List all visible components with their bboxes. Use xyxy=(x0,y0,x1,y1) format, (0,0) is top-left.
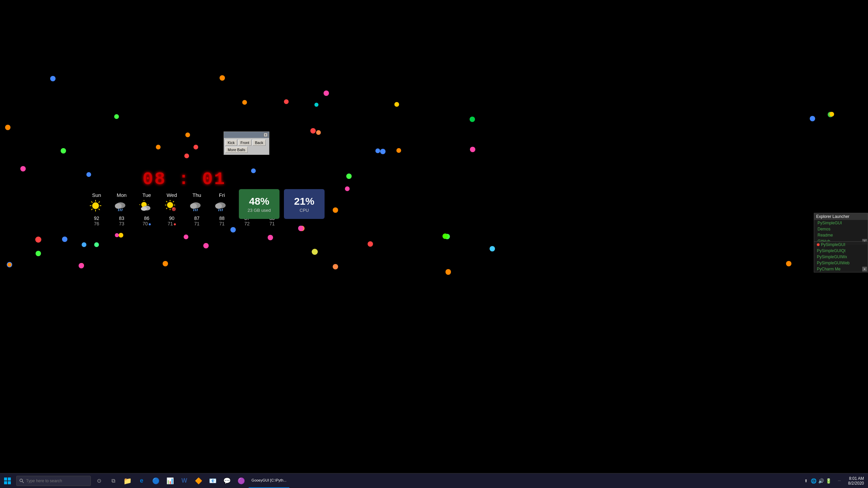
ball xyxy=(345,186,350,191)
svg-point-55 xyxy=(20,479,23,482)
explorer-launcher-title: Explorer Launcher xyxy=(814,213,868,220)
taskbar-icon-edge[interactable]: e xyxy=(135,473,148,488)
ball xyxy=(184,235,188,239)
ball xyxy=(20,166,26,171)
explorer-launcher2-item[interactable]: PySimpleGUIWx xyxy=(814,254,868,260)
explorer-launcher2-item[interactable]: PySimpleGUI xyxy=(814,242,868,248)
taskbar-icon-cortana[interactable]: ⊙ xyxy=(92,473,106,488)
taskbar-active-window[interactable]: GooeyGUI [C:\Pyth... xyxy=(249,473,289,488)
taskbar-icon-app3[interactable]: 🔶 xyxy=(192,473,205,488)
search-input[interactable] xyxy=(26,479,80,483)
start-button[interactable] xyxy=(0,473,15,488)
popup-titlebar: × xyxy=(224,132,269,138)
svg-line-5 xyxy=(91,202,93,203)
ball xyxy=(442,233,448,239)
ball xyxy=(490,246,495,251)
ball xyxy=(50,76,56,81)
weather-day-icon xyxy=(189,199,204,214)
weather-hi-temp: 83 xyxy=(119,216,124,221)
taskbar-icon-multitask[interactable]: ⧉ xyxy=(106,473,120,488)
weather-day: Sun 92 76 xyxy=(84,192,109,226)
more-balls-button[interactable]: More Balls xyxy=(225,147,248,153)
taskbar-icon-app2[interactable]: 📊 xyxy=(163,473,177,488)
svg-point-37 xyxy=(215,203,222,209)
weather-day-name: Wed xyxy=(167,192,177,198)
ball xyxy=(82,242,86,247)
cpu-percent: 21% xyxy=(294,196,314,207)
weather-day: Wed 90 71 xyxy=(159,192,184,226)
weather-day-name: Thu xyxy=(192,192,201,198)
tray-icon-1[interactable]: ⬆ xyxy=(803,473,809,488)
svg-point-10 xyxy=(115,203,122,209)
tray-icon-volume[interactable]: 🔊 xyxy=(818,473,824,488)
front-button[interactable]: Front xyxy=(238,140,252,146)
search-icon xyxy=(19,479,24,483)
taskbar-icon-explorer[interactable]: 📁 xyxy=(121,473,134,488)
kick-button[interactable]: Kick xyxy=(225,140,237,146)
ball xyxy=(333,207,338,213)
ball xyxy=(446,269,451,275)
tray-icon-battery[interactable]: 🔋 xyxy=(825,473,832,488)
explorer-launcher2-item[interactable]: PySimpleGUIWeb xyxy=(814,260,868,266)
explorer-close-2[interactable]: × xyxy=(862,267,867,271)
tray-date-value: 8/2/2020 xyxy=(848,481,864,486)
svg-point-30 xyxy=(172,207,176,211)
weather-day-icon xyxy=(164,199,179,214)
cpu-label: CPU xyxy=(299,208,309,213)
tray-icons-more[interactable]: ··· xyxy=(832,473,846,488)
weather-hi-temp: 88 xyxy=(219,216,225,221)
ball xyxy=(119,233,123,238)
svg-line-26 xyxy=(166,201,167,202)
ball xyxy=(5,125,11,130)
explorer-launcher-1: Explorer Launcher PySimpleGUIDemosReadme… xyxy=(814,213,868,245)
ball xyxy=(163,261,168,266)
ball xyxy=(333,264,338,269)
explorer-launcher-item[interactable]: PySimpleGUI xyxy=(814,220,868,226)
ball xyxy=(184,154,189,158)
ball xyxy=(312,249,318,255)
tray-clock[interactable]: 8:01 AM 8/2/2020 xyxy=(848,476,865,486)
ram-percent: 48% xyxy=(249,196,269,207)
svg-line-6 xyxy=(99,209,100,210)
back-button[interactable]: Back xyxy=(252,140,265,146)
taskbar-icon-app4[interactable]: 📧 xyxy=(206,473,220,488)
taskbar-app-icons: ⊙ ⧉ 📁 e 🔵 📊 W 🔶 📧 💬 🟣 GooeyGUI [C:\Pyth.… xyxy=(92,473,289,488)
taskbar-icon-app1[interactable]: 🔵 xyxy=(149,473,163,488)
weather-day: Fri 88 71 xyxy=(209,192,234,226)
ball xyxy=(185,133,190,137)
popup-close-button[interactable]: × xyxy=(264,133,268,137)
svg-line-34 xyxy=(195,209,196,211)
taskbar-icon-app5[interactable]: 💬 xyxy=(220,473,234,488)
taskbar-icon-word[interactable]: W xyxy=(178,473,191,488)
explorer-launcher-item[interactable]: Readme xyxy=(814,232,868,238)
ball xyxy=(324,90,329,96)
svg-line-29 xyxy=(166,208,167,209)
tray-icon-network[interactable]: 🌐 xyxy=(810,473,817,488)
weather-day-icon xyxy=(214,199,229,214)
popup-buttons-area: Kick Front Back More Balls xyxy=(224,138,269,155)
ball xyxy=(310,128,316,134)
ram-widget: 48% 23 GB used xyxy=(239,189,280,219)
ball xyxy=(470,117,475,122)
cpu-widget: 21% CPU xyxy=(284,189,325,219)
weather-day: Thu 87 71 xyxy=(184,192,209,226)
ball xyxy=(346,174,352,179)
ball xyxy=(396,148,401,153)
explorer-launcher-item[interactable]: Demos xyxy=(814,226,868,232)
explorer-launcher2-item[interactable]: PySimpleGUIQt xyxy=(814,248,868,254)
weather-lo-temp: 71 xyxy=(269,221,275,226)
weather-hi-temp: 90 xyxy=(169,216,174,221)
explorer-launcher2-item[interactable]: PyCharm Me xyxy=(814,266,868,272)
taskbar-icon-app6[interactable]: 🟣 xyxy=(234,473,248,488)
weather-lo-temp: 71 xyxy=(194,221,200,226)
svg-line-33 xyxy=(193,209,194,211)
weather-lo-temp: 71 xyxy=(219,221,225,226)
svg-rect-54 xyxy=(8,481,11,484)
taskbar-search-box[interactable] xyxy=(16,476,91,486)
svg-line-56 xyxy=(22,481,24,483)
weather-day-name: Mon xyxy=(117,192,126,198)
ball xyxy=(156,145,161,149)
ball xyxy=(380,149,386,154)
svg-line-39 xyxy=(220,209,221,211)
ball xyxy=(316,130,321,135)
